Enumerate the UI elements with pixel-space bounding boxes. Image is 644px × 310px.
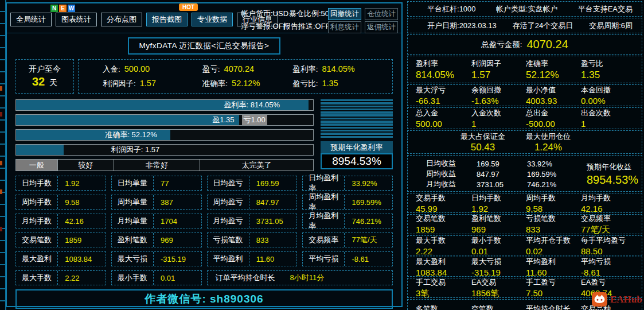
report-push-label: 报告推送:OFF: [283, 21, 330, 32]
stat-value: 1.92: [58, 176, 106, 190]
tab-分布点图[interactable]: 分布点图: [101, 13, 142, 26]
pstat-平均亏损: 平均亏损-8.61: [581, 257, 642, 277]
summary-value: 814.05%: [322, 64, 354, 73]
interest-stats-button[interactable]: 利息统计: [328, 21, 361, 33]
summary-value: 4070.24: [224, 64, 254, 73]
pstat-平均盈利: 平均盈利11.60: [526, 257, 581, 277]
edge-mark: [0, 86, 2, 91]
summary-item: 利润因子:1.57: [103, 79, 202, 89]
stat-label: 周均盈亏: [208, 195, 249, 209]
pstat-交易手数: 交易手数45.99: [416, 193, 471, 214]
income-value: 169.59: [477, 160, 527, 168]
platform-info-row: 平台杠杆:1000帐户类型:实盘帐户平台支持EA交易: [407, 1, 642, 17]
accuracy-bar: 准确率: 52.12%: [15, 129, 314, 141]
stat-亏损笔数: 亏损笔数833: [207, 232, 298, 247]
account-date-row: 开户日期:2023.03.13存活了24个交易日交易周期:6周: [407, 18, 642, 33]
stat-label: 最大使用仓位: [526, 131, 571, 142]
age-value: 32: [32, 75, 45, 88]
badge-letter-e: E: [59, 5, 67, 12]
income-table-row: 预期年化收益 8954.53% 日均收益169.5933.92%周均收益847.…: [407, 155, 642, 192]
position-stats-button[interactable]: 仓位统计: [365, 8, 398, 20]
stat-value: 169.59%: [345, 195, 392, 209]
win-label: 盈1.35: [16, 115, 239, 125]
pstat-入金次数: 入金次数1: [471, 108, 526, 129]
summary-item: 盈亏比:1.35: [292, 79, 392, 89]
stat-label: 每手平均盈亏: [581, 235, 642, 246]
stat-label: 亏损笔数: [526, 214, 581, 224]
stat-value: 9.58: [526, 204, 581, 214]
bars-column: 盈利率: 814.05% 盈1.35 亏1.00 准确率: 52.12% 利润因…: [15, 99, 314, 171]
stat-label: 日均盈亏: [208, 176, 249, 190]
stat-label: 准确率: [526, 59, 581, 69]
info-label: 交易周期:: [589, 21, 621, 30]
right-stats-panel: 平台杠杆:1000帐户类型:实盘帐户平台支持EA交易 开户日期:2023.03.…: [407, 1, 642, 310]
summary-label: 入金:: [103, 65, 120, 73]
grid-row: 交易笔数1859盈利笔数969亏损笔数833交易频率77笔/天: [15, 232, 393, 247]
drawdown-stats-button[interactable]: 回撤统计: [328, 8, 361, 20]
stat-value: 1: [581, 119, 642, 129]
annual-column: 预期年化盈利率 8954.53%: [321, 99, 393, 171]
income-value: 3731.05: [477, 180, 527, 189]
stat-value: 11.60: [526, 268, 581, 277]
pstat-空笔数: 空笔数: [471, 304, 526, 310]
pstat-月均手数: 月均手数42.16: [581, 193, 642, 214]
stat-label: 周均手数: [16, 195, 58, 209]
tab-全局统计[interactable]: 全局统计: [10, 13, 52, 26]
stat-value: 1704: [154, 214, 201, 228]
stat-最大手数: 最大手数2.22: [15, 270, 106, 285]
info-value: 实盘帐户: [528, 5, 557, 13]
panel-info-item: 帐户类型:实盘帐户: [496, 4, 558, 14]
stat-value: 1.92: [471, 204, 526, 214]
info-value: 平台支持EA交易: [578, 5, 633, 13]
stat-value: 1083.84: [58, 252, 106, 266]
stat-日均手数: 日均手数1.92: [15, 176, 106, 191]
stat-label: 利润因子: [471, 59, 526, 69]
stat-value: 2.22: [58, 271, 106, 285]
stat-value: 42.16: [58, 214, 106, 228]
tab-专业数据[interactable]: 专业数据: [192, 13, 233, 26]
stat-label: 日均手数: [16, 176, 58, 190]
stat-周均单量: 周均单量387: [111, 195, 202, 210]
stat-label: 月均盈亏: [208, 214, 249, 228]
stat-value: 1859: [58, 233, 106, 247]
income-label: 月均收益: [426, 179, 477, 189]
tab-bar: 全局统计图表统计分布点图报告截图专业数据行业信息: [10, 13, 278, 26]
income-rate: 169.59%: [527, 170, 587, 179]
new-badge: N E W: [50, 5, 75, 12]
rebate-stats-button[interactable]: 返佣统计: [365, 21, 398, 33]
panel-info-item: 平台杠杆:1000: [427, 4, 476, 14]
stat-value: -66.31: [416, 96, 471, 106]
tab-报告截图[interactable]: 报告截图: [146, 13, 188, 26]
stat-value: -8.61: [581, 268, 642, 277]
panel-stat-row: 总入金500.00入金次数1总出金-500.00出金次数1: [407, 107, 642, 129]
stat-label: 平均盈利: [526, 257, 581, 267]
loss-label: 亏1.00: [242, 115, 267, 125]
tab-图表统计[interactable]: 图表统计: [56, 13, 97, 26]
stat-label: 交易手数: [416, 193, 471, 203]
window-header: N E W HOT 全局统计图表统计分布点图报告截图专业数据行业信息 帐户货币:…: [7, 3, 401, 33]
info-value: 6周: [621, 21, 633, 30]
stat-value: 833: [526, 224, 581, 234]
summary-item: 盈利率:814.05%: [292, 64, 392, 75]
panel-stat-row: 最大浮亏-66.31余额回撤-1.63%最小净值4003.93本金回撤0.00%: [407, 84, 642, 106]
summary-value: 52.12%: [232, 79, 260, 88]
stat-最小手数: 最小手数0.01: [111, 270, 202, 285]
scale-segment-较好: 较好: [58, 160, 114, 170]
edge-mark: [0, 112, 2, 117]
stat-value: 3笔: [416, 288, 471, 299]
stat-value: 33.92%: [345, 176, 392, 190]
stat-label: 最小净值: [526, 85, 581, 95]
stat-value: 1: [471, 119, 526, 129]
accuracy-bar-label: 准确率: 52.12%: [105, 130, 157, 140]
income-rate: 746.21%: [527, 180, 587, 189]
stat-label: 最大浮亏: [416, 85, 471, 95]
panel-stat-row: 最大盈利1083.84最大亏损-315.19平均盈利11.60平均亏损-8.61: [407, 257, 642, 277]
rating-scale: 一般较好非常好太完美了: [15, 159, 314, 171]
pstat-手工盈亏: 手工盈亏7.50: [526, 277, 581, 299]
stat-日均盈亏: 日均盈亏169.59: [207, 176, 298, 191]
margin-row: 最大占保证金 50.43 最大使用仓位 1.24%: [407, 130, 642, 154]
pstat-本金回撤: 本金回撤0.00%: [581, 85, 642, 106]
bars-section: 盈利率: 814.05% 盈1.35 亏1.00 准确率: 52.12% 利润因…: [15, 99, 393, 171]
stripes-decoration: [321, 99, 393, 138]
account-age-box: 开户至今 32天: [15, 59, 74, 94]
